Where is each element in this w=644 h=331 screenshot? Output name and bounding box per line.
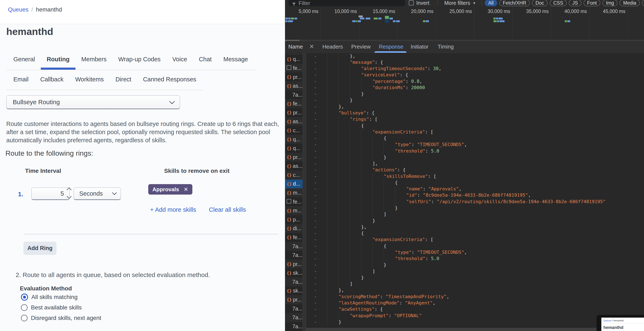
request-row[interactable]: {}sk... [285, 268, 302, 277]
detail-tab-headers[interactable]: Headers [322, 44, 343, 50]
fold-marker[interactable]: - [306, 274, 328, 280]
fold-marker[interactable]: - [306, 249, 328, 255]
add-more-skills-link[interactable]: + Add more skills [150, 206, 196, 213]
request-row[interactable]: fe... [285, 64, 302, 73]
request-row[interactable]: {}q... [285, 144, 302, 153]
clear-all-skills-link[interactable]: Clear all skills [209, 206, 246, 213]
fold-marker[interactable]: - [306, 192, 328, 198]
fold-marker[interactable]: - [306, 154, 328, 160]
tab-canned-responses[interactable]: Canned Responses [143, 76, 196, 88]
tab-message[interactable]: Message [223, 56, 248, 68]
radio-selected-icon[interactable] [21, 293, 28, 301]
fold-marker[interactable]: - [306, 91, 328, 97]
fold-marker[interactable]: - [306, 236, 328, 243]
detail-tab-timing[interactable]: Timing [438, 44, 454, 50]
close-icon[interactable]: ✕ [309, 43, 314, 50]
fold-marker[interactable]: - [306, 53, 328, 59]
fold-marker[interactable]: - [306, 97, 328, 103]
interval-unit-select[interactable]: Seconds [74, 187, 121, 200]
stepper-up-icon[interactable] [66, 187, 72, 192]
fold-marker[interactable]: - [306, 141, 328, 148]
request-row[interactable]: {}pr... [285, 153, 302, 162]
tab-callback[interactable]: Callback [40, 76, 64, 88]
tab-wrap-up-codes[interactable]: Wrap-up Codes [118, 56, 161, 68]
request-row[interactable]: {}m... [285, 206, 302, 215]
request-row[interactable]: {}q... [285, 55, 302, 64]
fold-marker[interactable]: - [306, 224, 328, 230]
skill-chip-approvals[interactable]: Approvals ✕ [148, 184, 192, 195]
request-row[interactable]: fe... [285, 197, 302, 206]
fold-marker[interactable]: - [306, 211, 328, 217]
detail-tab-preview[interactable]: Preview [351, 44, 370, 50]
fold-marker[interactable]: - [306, 72, 328, 78]
fold-marker[interactable]: - [306, 243, 328, 249]
add-ring-button[interactable]: Add Ring [24, 242, 56, 255]
type-filter-css[interactable]: CSS [550, 0, 567, 6]
tab-routing[interactable]: Routing [47, 56, 70, 68]
request-row[interactable]: {}as... [285, 162, 302, 171]
stepper-down-icon[interactable] [66, 194, 72, 199]
tab-chat[interactable]: Chat [199, 56, 212, 68]
fold-marker[interactable]: - [306, 300, 328, 306]
fold-marker[interactable]: - [306, 186, 328, 192]
request-row[interactable]: 7a... [285, 304, 302, 313]
fold-marker[interactable]: - [306, 268, 328, 274]
type-filter-media[interactable]: Media [620, 0, 640, 6]
evaluation-option[interactable]: Disregard skills, next agent [21, 314, 101, 321]
more-filters-button[interactable]: More filters ▼ [444, 0, 476, 6]
type-filter-fetchxhr[interactable]: Fetch/XHR [499, 0, 530, 6]
request-row[interactable]: {}c... [285, 126, 302, 135]
evaluation-option[interactable]: All skills matching [21, 293, 101, 301]
fold-marker[interactable]: - [306, 262, 328, 268]
tab-general[interactable]: General [14, 56, 35, 68]
request-row[interactable]: 7a... [285, 242, 302, 251]
type-filter-all[interactable]: All [485, 0, 497, 6]
request-row[interactable]: {}fe... [285, 233, 302, 242]
fold-marker[interactable]: - [306, 160, 328, 167]
type-filter-manifest[interactable]: Manifest [642, 0, 644, 6]
fold-marker[interactable]: - [306, 66, 328, 72]
tab-direct[interactable]: Direct [116, 76, 131, 88]
fold-marker[interactable]: - [306, 281, 328, 287]
fold-marker[interactable]: - [306, 59, 328, 65]
request-row[interactable]: {}di... [285, 53, 302, 55]
fold-marker[interactable]: - [306, 148, 328, 154]
fold-marker[interactable]: - [306, 78, 328, 84]
request-row[interactable]: {}as... [285, 81, 302, 90]
evaluation-option[interactable]: Best available skills [21, 304, 101, 311]
request-row[interactable]: {}fe... [285, 99, 302, 108]
type-filter-img[interactable]: Img [602, 0, 618, 6]
request-row[interactable]: {}pr... [285, 295, 302, 304]
routing-method-select[interactable]: Bullseye Routing [6, 95, 180, 109]
tab-email[interactable]: Email [14, 76, 29, 88]
fold-marker[interactable]: - [306, 306, 328, 312]
fold-marker[interactable]: - [306, 110, 328, 116]
fold-marker[interactable]: - [306, 84, 328, 91]
request-row[interactable]: 7a... [285, 251, 302, 260]
invert-checkbox[interactable] [409, 1, 414, 6]
remove-skill-icon[interactable]: ✕ [184, 186, 188, 193]
tab-members[interactable]: Members [81, 56, 107, 68]
fold-marker[interactable]: - [306, 122, 328, 129]
fold-marker[interactable]: - [306, 103, 328, 110]
fold-marker[interactable]: - [306, 116, 328, 122]
request-row[interactable]: {}p... [285, 215, 302, 224]
fold-marker[interactable]: - [306, 205, 328, 211]
fold-marker[interactable]: - [306, 230, 328, 236]
request-row[interactable]: {}pr... [285, 108, 302, 117]
breadcrumb-queues-link[interactable]: Queues [8, 6, 28, 13]
type-filter-js[interactable]: JS [569, 0, 582, 6]
tab-voice[interactable]: Voice [172, 56, 187, 68]
fold-marker[interactable]: - [306, 293, 328, 300]
fold-marker[interactable]: - [306, 179, 328, 186]
interval-value-input[interactable]: 5 [31, 187, 70, 200]
fold-marker[interactable]: - [306, 167, 328, 173]
request-row[interactable]: {}pr... [285, 73, 302, 82]
request-row[interactable]: 7a... [285, 90, 302, 99]
request-row[interactable]: 7a... [285, 277, 302, 286]
fold-marker[interactable]: - [306, 129, 328, 135]
request-row[interactable]: {}di... [285, 224, 302, 233]
fold-marker[interactable]: - [306, 198, 328, 205]
fold-marker[interactable]: - [306, 135, 328, 141]
radio-icon[interactable] [21, 315, 28, 321]
